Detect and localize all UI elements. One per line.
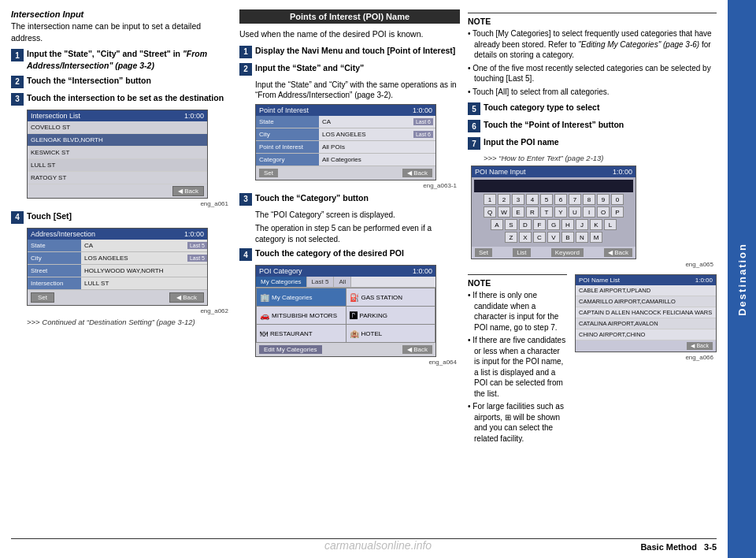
poi-kb-row-2: A S D F G H J K L	[474, 219, 633, 230]
poi-cat-tabs: My Categories Last 5 All	[256, 277, 435, 288]
note1-item-0: Touch [My Categories] to select frequent…	[468, 28, 717, 61]
key-m[interactable]: M	[590, 232, 602, 243]
step-1: 1 Input the "State", "City" and "Street"…	[11, 48, 232, 70]
key-9[interactable]: 9	[597, 194, 610, 205]
poi-name-back-btn[interactable]: ◀ Back	[604, 248, 632, 257]
key-h[interactable]: H	[561, 219, 574, 230]
key-o[interactable]: O	[597, 206, 610, 218]
key-8[interactable]: 8	[583, 194, 595, 205]
hotel-icon: 🏨	[350, 329, 359, 338]
poi-list-time: 1:0:00	[695, 277, 713, 284]
key-k[interactable]: K	[590, 219, 602, 230]
key-3[interactable]: 3	[512, 194, 524, 205]
key-5[interactable]: 5	[540, 194, 553, 205]
poi-name-keyword-btn[interactable]: Keyword	[551, 248, 584, 257]
poi-name-title: POI Name Input	[475, 168, 526, 176]
key-7[interactable]: 7	[569, 194, 581, 205]
poi-name-set-btn[interactable]: Set	[475, 248, 492, 257]
step-4-text: Touch [Set]	[27, 210, 72, 221]
addr-row-2: Street HOLLYWOOD WAY,NORTH	[28, 265, 207, 277]
key-e[interactable]: E	[512, 206, 524, 218]
poi-cat-back-btn[interactable]: ◀ Back	[402, 345, 432, 354]
screen1-row-2[interactable]: KESWICK ST	[28, 147, 207, 159]
poi-cat-tab-mycategories[interactable]: My Categories	[256, 277, 307, 287]
key-6[interactable]: 6	[554, 194, 567, 205]
side-tab-label: Destination	[736, 243, 748, 316]
screen1-row-1[interactable]: GLENOAK BLVD,NORTH	[28, 134, 207, 147]
key-c[interactable]: C	[533, 232, 546, 243]
poi-cat-item-0[interactable]: 🏢 My Categories	[257, 288, 346, 306]
key-s[interactable]: S	[505, 219, 517, 230]
continued-text: >>> Continued at “Destination Setting” (…	[27, 318, 232, 326]
screen1-row-4[interactable]: RATOGY ST	[28, 172, 207, 184]
step-1-num: 1	[11, 49, 24, 61]
poi-cat-item-3[interactable]: 🅿 PARKING	[346, 307, 435, 324]
poi-cat-item-2[interactable]: 🚗 MITSUBISHI MOTORS	[257, 307, 346, 324]
poi-name-caption: eng_a065	[468, 261, 713, 268]
mid-step-4: 4 Touch the category of the desired POI	[239, 247, 460, 261]
note2-item-2: For large facilities such as airports, ⊞…	[468, 401, 567, 444]
poi-cat-item-2-label: MITSUBISHI MOTORS	[272, 312, 337, 319]
poi-cat-item-4[interactable]: 🍽 RESTAURANT	[257, 325, 346, 342]
poi-list-screen: POI Name List 1:0:00 CABLE AIRPORT,UPLAN…	[575, 274, 717, 352]
key-v[interactable]: V	[547, 232, 560, 243]
poi-name-list-btn[interactable]: List	[513, 248, 530, 257]
key-r[interactable]: R	[526, 206, 539, 218]
poi-cat-item-1[interactable]: ⛽ GAS STATION	[346, 288, 435, 306]
section-title: Intersection Input	[11, 9, 232, 19]
key-t[interactable]: T	[540, 206, 553, 218]
addr-title: Address/Intersection	[31, 230, 95, 238]
poi-cat-item-5-label: HOTEL	[361, 330, 383, 337]
right-column: NOTE Touch [My Categories] to select fre…	[468, 9, 717, 535]
restaurant-icon: 🍽	[260, 329, 268, 338]
key-u[interactable]: U	[569, 206, 581, 218]
key-a[interactable]: A	[491, 219, 503, 230]
right-step-7-text: Input the POI name	[484, 136, 559, 147]
key-j[interactable]: J	[576, 219, 588, 230]
key-0[interactable]: 0	[611, 194, 624, 205]
mid-step-2: 2 Input the “State” and “City”	[239, 62, 460, 76]
poi-list-body: CABLE AIRPORT,UPLAND CAMARILLO AIRPORT,C…	[576, 285, 716, 340]
poi-cat-tab-all[interactable]: All	[334, 277, 351, 287]
intersection-list-screen: Intersection List 1:0:00 COVELLO ST GLEN…	[27, 110, 208, 199]
poi-cat-tab-last5[interactable]: Last 5	[307, 277, 335, 287]
poi-cat-caption: eng_a064	[239, 359, 457, 366]
poi-list-row-1[interactable]: CAMARILLO AIRPORT,CAMARILLO	[576, 296, 716, 307]
screen1-row-0[interactable]: COVELLO ST	[28, 121, 207, 134]
poi-list-title: POI Name List	[579, 277, 620, 284]
poi-cat-edit-btn[interactable]: Edit My Categories	[259, 345, 322, 354]
page-container: Destination Intersection Input The inter…	[0, 0, 756, 558]
poi-form-back-btn[interactable]: ◀ Back	[402, 169, 432, 177]
key-2[interactable]: 2	[498, 194, 510, 205]
key-b[interactable]: B	[561, 232, 574, 243]
key-x[interactable]: X	[519, 232, 532, 243]
poi-cat-item-5[interactable]: 🏨 HOTEL	[346, 325, 435, 342]
poi-list-row-2[interactable]: CAPTAIN D ALLEN HANCOCK FELICIANA WARS	[576, 307, 716, 318]
screen1-row-3[interactable]: LULL ST	[28, 159, 207, 172]
poi-list-row-4[interactable]: CHINO AIRPORT,CHINO	[576, 329, 716, 340]
addr-set-btn[interactable]: Set	[31, 292, 54, 303]
parking-icon: 🅿	[350, 311, 358, 320]
key-g[interactable]: G	[547, 219, 560, 230]
poi-list-header: POI Name List 1:0:00	[576, 275, 716, 285]
key-n[interactable]: N	[576, 232, 588, 243]
poi-list-row-3[interactable]: CATALINA AIRPORT,AVALON	[576, 318, 716, 329]
key-w[interactable]: W	[498, 206, 510, 218]
key-1[interactable]: 1	[484, 194, 496, 205]
key-l[interactable]: L	[604, 219, 617, 230]
key-z[interactable]: Z	[505, 232, 517, 243]
screen1-footer: ◀ Back	[28, 184, 207, 198]
key-q[interactable]: Q	[484, 206, 496, 218]
poi-list-back-btn[interactable]: ◀ Back	[687, 342, 713, 350]
addr-back-btn[interactable]: ◀ Back	[169, 292, 204, 303]
screen1-back-btn[interactable]: ◀ Back	[172, 186, 204, 196]
poi-form-set-btn[interactable]: Set	[259, 169, 278, 177]
key-i[interactable]: I	[583, 206, 595, 218]
key-f[interactable]: F	[533, 219, 546, 230]
key-p[interactable]: P	[611, 206, 624, 218]
key-4[interactable]: 4	[526, 194, 539, 205]
key-y[interactable]: Y	[554, 206, 567, 218]
poi-name-screen: POI Name Input 1:0:00 1 2 3 4 5 6 7	[471, 166, 636, 259]
key-d[interactable]: D	[519, 219, 532, 230]
poi-list-row-0[interactable]: CABLE AIRPORT,UPLAND	[576, 285, 716, 296]
